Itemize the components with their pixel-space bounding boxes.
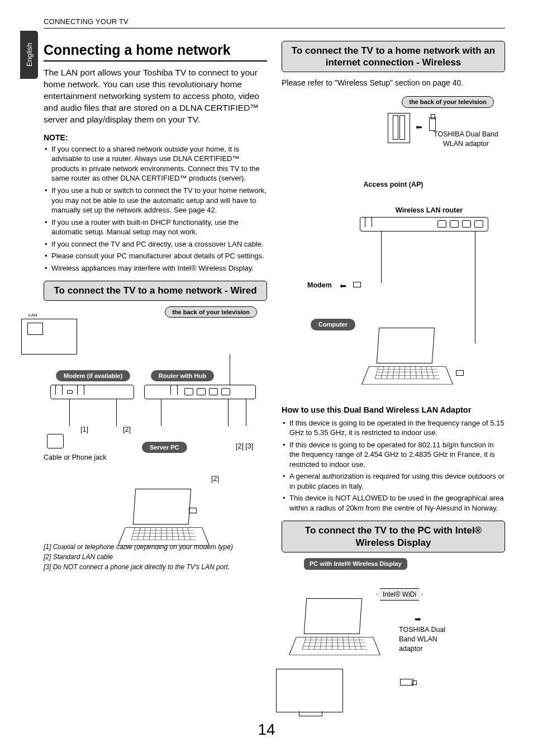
ref-1: [1] xyxy=(80,425,88,434)
refer-text: Please refer to "Wireless Setup" section… xyxy=(282,78,505,88)
right-column: To connect the TV to a home network with… xyxy=(282,41,505,670)
cable-line xyxy=(161,399,161,426)
arrow-left-icon xyxy=(340,281,346,291)
arrow-left-icon xyxy=(416,122,422,133)
widi-adaptor-label: TOSHIBA Dual Band WLAN adaptor xyxy=(399,625,460,654)
cable-line xyxy=(228,399,229,426)
note-item: If you use a hub or switch to connect th… xyxy=(44,186,267,215)
list-item: This device is NOT ALLOWED to be used in… xyxy=(282,493,505,513)
plug-icon xyxy=(189,505,197,516)
left-column: Connecting a home network The LAN port a… xyxy=(44,41,267,670)
note-label: NOTE: xyxy=(44,133,267,143)
note-item: If you use a router with built-in DHCP f… xyxy=(44,218,267,237)
wall-jack-icon xyxy=(47,434,64,448)
note-item: If you connect the TV and PC directly, u… xyxy=(44,239,267,249)
tv-front-icon xyxy=(276,669,343,712)
server-pill: Server PC xyxy=(142,442,187,453)
cable-line xyxy=(230,355,230,388)
ref-23: [2] [3] xyxy=(236,442,253,451)
wireless-heading: To connect the TV to a home network with… xyxy=(282,41,505,73)
list-item: A general authorization is required for … xyxy=(282,471,505,491)
section-title: Connecting a home network xyxy=(44,41,267,62)
modem-pill: Modem (if available) xyxy=(56,370,130,382)
tv-back-icon xyxy=(21,319,77,355)
computer-pill: Computer xyxy=(311,319,355,330)
wlan-router-label: Wireless LAN router xyxy=(396,206,463,215)
modem-icon xyxy=(50,385,134,399)
tv-back-pill: the back of your television xyxy=(165,306,257,318)
modem-label: Modem xyxy=(307,281,332,290)
ref-2b: [2] xyxy=(211,474,219,484)
cable-line xyxy=(69,399,70,426)
language-tab: English xyxy=(20,31,38,79)
widi-pc-icon xyxy=(293,598,377,660)
cable-line xyxy=(475,231,475,343)
tv-back-pill: the back of your television xyxy=(402,96,494,108)
language-tab-text: English xyxy=(24,43,34,67)
widi-pc-pill: PC with Intel® Wireless Display xyxy=(304,558,407,570)
footnote: [2] Standard LAN cable xyxy=(44,552,267,561)
wlan-adaptor-icon xyxy=(429,117,436,131)
wired-diagram: the back of your television Modem (if av… xyxy=(44,306,267,541)
computer-icon xyxy=(365,328,449,389)
widi-adaptor-icon xyxy=(400,679,413,686)
footnote: [3] Do NOT connect a phone jack directly… xyxy=(44,563,267,571)
dual-band-heading: How to use this Dual Band Wireless LAN A… xyxy=(282,405,505,416)
widi-link-label: Intel® WiDi xyxy=(377,588,422,601)
cable-line xyxy=(246,399,246,426)
arrow-right-icon xyxy=(415,614,421,625)
wlan-router-icon xyxy=(360,217,488,231)
running-header: CONNECTING YOUR TV xyxy=(44,17,505,29)
cable-line xyxy=(116,399,117,426)
usb-ports-icon xyxy=(388,113,410,143)
server-pc-icon xyxy=(122,489,206,550)
adaptor-label: TOSHIBA Dual Band WLAN adaptor xyxy=(432,130,499,149)
note-list: If you connect to a shared network outsi… xyxy=(44,144,267,273)
widi-diagram: PC with Intel® Wireless Display Intel® W… xyxy=(282,558,505,670)
cable-line xyxy=(381,231,382,283)
note-item: Wireless appliances may interfere with I… xyxy=(44,263,267,273)
note-item: Please consult your PC manufacturer abou… xyxy=(44,251,267,261)
wired-heading: To connect the TV to a home network - Wi… xyxy=(44,281,267,300)
page-number: 14 xyxy=(0,719,533,740)
router-icon xyxy=(144,385,256,399)
list-item: If this device is going to be operated i… xyxy=(282,418,505,438)
widi-heading: To connect the TV to the PC with Intel® … xyxy=(282,521,505,552)
router-pill: Router with Hub xyxy=(151,370,214,382)
cable-jack-label: Cable or Phone jack xyxy=(44,453,107,462)
dual-band-list: If this device is going to be operated i… xyxy=(282,418,505,513)
plug-icon xyxy=(456,370,464,376)
ref-2: [2] xyxy=(123,425,131,434)
list-item: If this device is going to be operated f… xyxy=(282,440,505,470)
plug-icon xyxy=(353,282,361,287)
wireless-diagram: the back of your television TOSHIBA Dual… xyxy=(282,96,505,398)
access-point-label: Access point (AP) xyxy=(282,180,505,190)
intro-paragraph: The LAN port allows your Toshiba TV to c… xyxy=(44,67,267,126)
note-item: If you connect to a shared network outsi… xyxy=(44,144,267,183)
